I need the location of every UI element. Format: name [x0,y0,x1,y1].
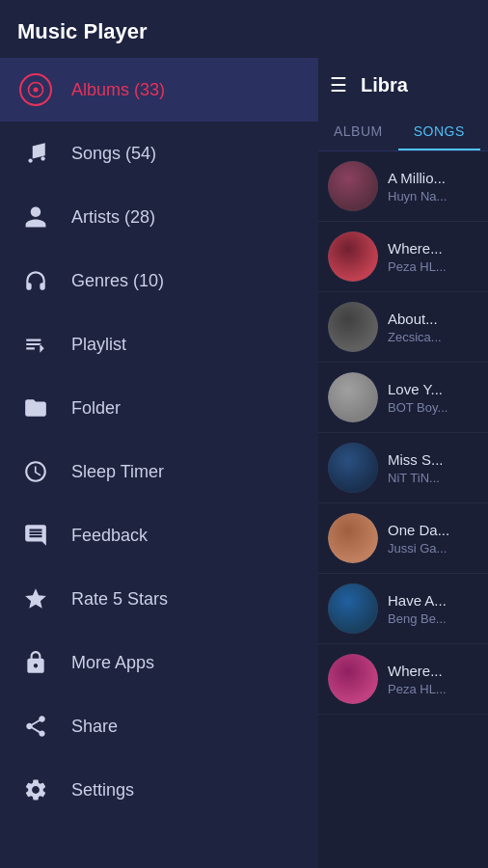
svg-point-4 [328,302,378,352]
sidebar-item-albums[interactable]: Albums (33) [0,58,318,122]
svg-point-5 [328,372,378,422]
right-panel: ☰ Libra ALBUM SONGS A Millio...Huyn Na..… [318,58,488,868]
song-title: Where... [388,663,447,679]
share-icon [17,708,54,745]
song-list: A Millio...Huyn Na... Where...Peza HL...… [318,151,488,868]
sidebar-item-playlist[interactable]: Playlist [0,312,318,376]
sidebar-item-more-apps-label: More Apps [71,653,154,673]
svg-point-2 [328,161,378,211]
sidebar: Albums (33) Songs (54) Artists (28) [0,58,318,868]
svg-point-1 [34,88,39,93]
sidebar-item-songs[interactable]: Songs (54) [0,122,318,185]
song-title: A Millio... [388,170,447,186]
sidebar-item-genres-label: Genres (10) [71,271,164,291]
sidebar-item-settings-label: Settings [71,780,134,800]
lock-icon [17,644,54,681]
song-item[interactable]: Miss S...NiT TiN... [318,433,488,503]
sidebar-item-sleep-timer[interactable]: Sleep Timer [0,440,318,503]
song-info: About...Zecsica... [388,311,442,344]
song-info: Have A...Beng Be... [388,592,447,626]
song-avatar [328,372,378,422]
song-avatar [328,302,378,352]
song-item[interactable]: Have A...Beng Be... [318,574,488,644]
sidebar-item-playlist-label: Playlist [71,335,126,355]
playlist-icon [17,326,54,363]
sidebar-item-folder-label: Folder [71,398,121,419]
music-icon [17,135,54,172]
song-info: Where...Peza HL... [388,663,447,696]
sidebar-item-songs-label: Songs (54) [71,144,156,164]
song-artist: BOT Boy... [388,400,447,415]
song-item[interactable]: One Da...Jussi Ga... [318,503,488,574]
sidebar-item-settings[interactable]: Settings [0,758,318,822]
sidebar-item-artists[interactable]: Artists (28) [0,185,318,249]
svg-point-3 [328,231,378,282]
sidebar-item-more-apps[interactable]: More Apps [0,631,318,694]
tabs-bar: ALBUM SONGS [318,112,488,151]
sidebar-item-share[interactable]: Share [0,694,318,758]
song-avatar [328,513,378,563]
song-artist: NiT TiN... [388,471,444,485]
song-item[interactable]: Love Y...BOT Boy... [318,363,488,433]
clock-icon [17,453,54,490]
headphones-icon [17,262,54,299]
star-icon [17,581,54,617]
song-artist: Zecsica... [388,330,442,344]
song-artist: Beng Be... [388,611,447,626]
sidebar-item-sleep-timer-label: Sleep Timer [71,462,164,482]
album-icon [17,71,54,108]
song-avatar [328,583,378,634]
sidebar-item-artists-label: Artists (28) [71,207,155,228]
sidebar-item-rate[interactable]: Rate 5 Stars [0,567,318,631]
right-panel-header: ☰ Libra [318,58,488,112]
song-avatar [328,161,378,211]
song-title: Have A... [388,592,447,609]
song-info: Miss S...NiT TiN... [388,451,444,485]
svg-point-8 [328,583,378,634]
folder-icon [17,390,54,426]
song-info: Where...Peza HL... [388,240,447,274]
sidebar-item-rate-label: Rate 5 Stars [71,589,168,610]
hamburger-icon[interactable]: ☰ [330,73,347,96]
song-title: Miss S... [388,451,444,468]
sidebar-item-genres[interactable]: Genres (10) [0,249,318,312]
svg-point-9 [328,654,378,704]
song-avatar [328,443,378,493]
song-item[interactable]: About...Zecsica... [318,292,488,363]
song-artist: Huyn Na... [388,189,447,203]
song-title: Where... [388,240,447,257]
song-title: One Da... [388,522,449,538]
song-artist: Jussi Ga... [388,541,449,556]
sidebar-item-share-label: Share [71,717,118,737]
tab-album[interactable]: ALBUM [318,112,398,150]
song-avatar [328,654,378,704]
sidebar-item-feedback-label: Feedback [71,526,148,546]
song-artist: Peza HL... [388,259,447,274]
right-panel-title: Libra [361,74,408,96]
song-title: About... [388,311,442,327]
song-avatar [328,231,378,282]
song-item[interactable]: A Millio...Huyn Na... [318,151,488,222]
feedback-icon [17,517,54,554]
song-info: One Da...Jussi Ga... [388,522,449,556]
song-item[interactable]: Where...Peza HL... [318,222,488,292]
main-container: Albums (33) Songs (54) Artists (28) [0,58,488,868]
song-title: Love Y... [388,381,447,397]
app-title: Music Player [17,19,148,44]
song-info: A Millio...Huyn Na... [388,170,447,203]
svg-point-7 [328,513,378,563]
person-icon [17,199,54,235]
svg-point-6 [328,443,378,493]
song-item[interactable]: Where...Peza HL... [318,644,488,715]
gear-icon [17,772,54,808]
tab-songs[interactable]: SONGS [398,112,480,150]
sidebar-item-feedback[interactable]: Feedback [0,503,318,567]
app-header: Music Player [0,0,488,58]
sidebar-item-albums-label: Albums (33) [71,80,165,100]
song-artist: Peza HL... [388,682,447,696]
song-info: Love Y...BOT Boy... [388,381,447,415]
sidebar-item-folder[interactable]: Folder [0,376,318,440]
